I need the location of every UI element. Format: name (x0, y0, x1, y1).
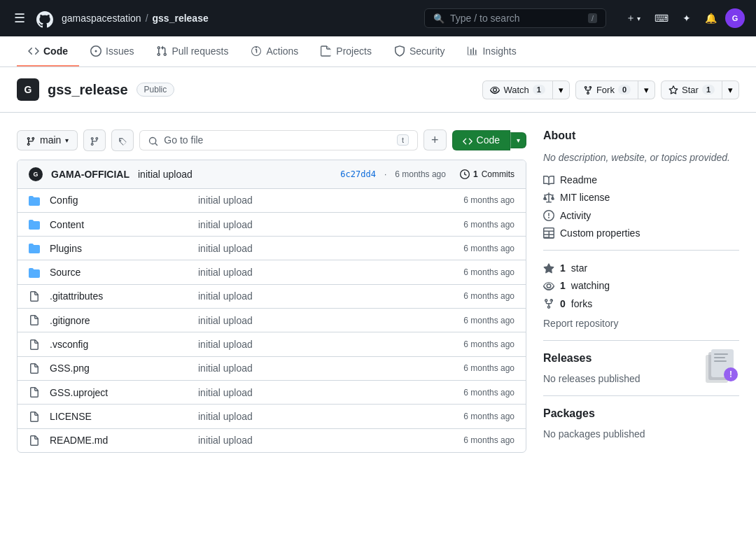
fork-label: Fork (596, 85, 615, 95)
copilot-button[interactable]: ✦ (677, 10, 696, 27)
commits-link[interactable]: 1 Commits (460, 169, 514, 179)
fork-button[interactable]: Fork 0 (575, 80, 638, 100)
file-icon (29, 435, 41, 447)
file-commit-message: initial upload (198, 363, 429, 374)
code-button-group: Code ▾ (452, 130, 526, 150)
table-row: Contentinitial upload6 months ago (18, 213, 526, 237)
commit-author[interactable]: GAMA-OFFICIAL (51, 169, 130, 180)
file-name[interactable]: README.md (50, 435, 190, 446)
tags-button[interactable] (111, 129, 134, 150)
table-row: README.mdinitial upload6 months ago (18, 429, 526, 452)
notifications-button[interactable]: 🔔 (699, 10, 722, 27)
chevron-down-icon: ▾ (637, 15, 640, 22)
file-icon (29, 386, 41, 398)
hamburger-button[interactable]: ☰ (11, 8, 28, 29)
repo-header: G gss_release Public Watch 1 ▾ Fork 0 (0, 67, 756, 113)
file-commit-message: initial upload (198, 435, 429, 446)
star-button[interactable]: Star 1 (661, 80, 722, 100)
terminal-button[interactable]: ⌨ (649, 10, 674, 27)
tab-issues[interactable]: Issues (79, 36, 145, 66)
readme-link-label: Readme (560, 174, 597, 185)
history-button[interactable] (83, 129, 106, 150)
file-name[interactable]: .vsconfig (50, 339, 190, 350)
github-logo-icon (36, 8, 53, 28)
forks-count: 0 (560, 298, 566, 309)
add-file-button[interactable]: + (424, 129, 447, 150)
file-commit-message: initial upload (198, 219, 429, 230)
file-name[interactable]: LICENSE (50, 411, 190, 422)
file-commit-time: 6 months ago (438, 291, 514, 301)
tab-security[interactable]: Security (383, 36, 456, 66)
search-file-icon (148, 134, 158, 146)
watch-dropdown[interactable]: ▾ (553, 80, 570, 99)
repo-name[interactable]: gss_release (153, 13, 209, 24)
commit-dot-separator: · (384, 169, 386, 179)
repo-title[interactable]: gss_release (48, 82, 128, 98)
table-row: .gitattributesinitial upload6 months ago (18, 285, 526, 309)
book-icon (543, 174, 554, 185)
search-icon: 🔍 (433, 13, 444, 24)
star-stat-icon (543, 262, 554, 274)
packages-divider (543, 395, 739, 396)
avatar[interactable]: G (725, 8, 745, 28)
pulse-icon (543, 209, 554, 221)
watching-count: 1 (560, 280, 566, 291)
create-button[interactable]: ＋ ▾ (620, 9, 646, 27)
commit-hash[interactable]: 6c27dd4 (340, 169, 376, 179)
file-commit-time: 6 months ago (438, 244, 514, 253)
readme-link[interactable]: Readme (543, 174, 739, 185)
code-button-dropdown[interactable]: ▾ (510, 132, 526, 148)
tab-actions[interactable]: Actions (239, 36, 309, 66)
about-description: No description, website, or topics provi… (543, 150, 739, 165)
stars-count: 1 (560, 262, 566, 274)
right-panel: About No description, website, or topics… (543, 129, 739, 453)
file-name[interactable]: Source (50, 267, 190, 278)
custom-properties-link[interactable]: Custom properties (543, 227, 739, 239)
file-commit-time: 6 months ago (438, 412, 514, 421)
about-links: Readme MIT license Activity (543, 174, 739, 239)
search-file-wrapper[interactable]: Go to file t (139, 130, 418, 150)
tab-insights[interactable]: Insights (456, 36, 527, 66)
file-name[interactable]: Content (50, 219, 190, 230)
file-commit-time: 6 months ago (438, 316, 514, 325)
releases-divider (543, 340, 739, 341)
search-shortcut: / (588, 13, 597, 23)
search-bar[interactable]: 🔍 Type / to search / (424, 8, 606, 28)
scale-icon (543, 192, 554, 204)
file-commit-time: 6 months ago (438, 363, 514, 373)
star-dropdown[interactable]: ▾ (722, 80, 739, 99)
tab-projects[interactable]: Projects (309, 36, 383, 66)
file-name[interactable]: .gitignore (50, 315, 190, 326)
tab-pullrequests[interactable]: Pull requests (145, 36, 239, 66)
file-name[interactable]: .gitattributes (50, 290, 190, 302)
file-name[interactable]: GSS.png (50, 363, 190, 374)
table-row: Sourceinitial upload6 months ago (18, 260, 526, 284)
file-commit-message: initial upload (198, 411, 429, 422)
stats-watching[interactable]: 1 watching (543, 280, 739, 292)
packages-empty: No packages published (543, 428, 739, 440)
table-icon (543, 227, 554, 239)
tab-code[interactable]: Code (17, 36, 79, 66)
fork-count: 0 (618, 85, 631, 94)
activity-link[interactable]: Activity (543, 209, 739, 221)
license-link[interactable]: MIT license (543, 192, 739, 204)
breadcrumb: gamaspacestation / gss_release (62, 13, 209, 24)
file-name[interactable]: GSS.uproject (50, 387, 190, 398)
about-section: About No description, website, or topics… (543, 129, 739, 329)
org-name[interactable]: gamaspacestation (62, 13, 141, 24)
file-commit-time: 6 months ago (438, 339, 514, 349)
stats-forks[interactable]: 0 forks (543, 297, 739, 309)
file-icon (29, 314, 41, 326)
custom-properties-link-label: Custom properties (560, 227, 640, 239)
report-repository-link[interactable]: Report repository (543, 318, 739, 329)
star-icon (668, 85, 678, 96)
branch-selector[interactable]: main ▾ (17, 130, 78, 150)
file-name[interactable]: Config (50, 195, 190, 206)
stats-stars[interactable]: 1 star (543, 262, 739, 274)
code-green-button[interactable]: Code (452, 130, 510, 150)
fork-dropdown[interactable]: ▾ (638, 80, 655, 99)
copilot-icon: ✦ (682, 13, 691, 24)
file-commit-time: 6 months ago (438, 435, 514, 445)
file-name[interactable]: Plugins (50, 243, 190, 254)
watch-button[interactable]: Watch 1 (482, 80, 552, 100)
